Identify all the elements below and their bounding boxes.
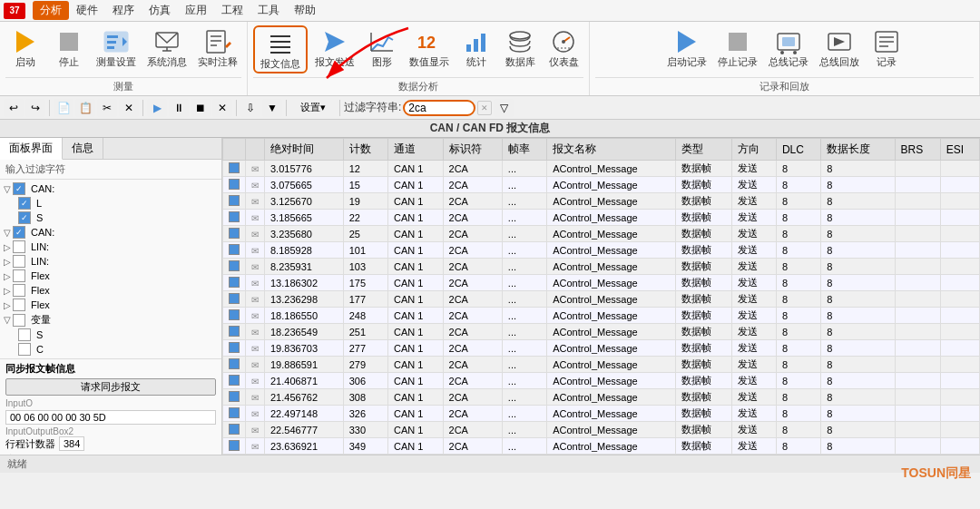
table-row[interactable]: ✉ 22.546777 330 CAN 1 2CA ... AControl_M… — [223, 422, 980, 438]
record-btn[interactable]: 记录 — [867, 25, 906, 70]
row-check[interactable] — [223, 340, 246, 357]
tree-item-5[interactable]: ▷ LIN: — [0, 254, 221, 269]
row-check[interactable] — [223, 242, 246, 259]
start-button[interactable]: 启动 — [5, 25, 45, 70]
col-rate[interactable]: 帧率 — [502, 139, 546, 161]
tree-item-4[interactable]: ▷ LIN: — [0, 240, 221, 254]
table-row[interactable]: ✉ 8.235931 103 CAN 1 2CA ... AControl_Me… — [223, 259, 980, 275]
menu-item-help[interactable]: 帮助 — [287, 1, 323, 20]
tree-check-9[interactable] — [13, 314, 25, 327]
row-check[interactable] — [223, 373, 246, 389]
tree-check-1[interactable]: ✓ — [18, 197, 31, 210]
col-channel[interactable]: 通道 — [387, 139, 443, 161]
col-dlc[interactable]: DLC — [776, 139, 820, 161]
filter-button[interactable]: ▼ — [262, 99, 282, 117]
menu-item-engineering[interactable]: 工程 — [214, 1, 250, 20]
stop-toolbar-button[interactable]: ⏹ — [191, 99, 211, 117]
pause-button[interactable]: ⏸ — [169, 99, 189, 117]
dashboard-button[interactable]: 仪表盘 — [544, 25, 583, 70]
table-row[interactable]: ✉ 23.636921 349 CAN 1 2CA ... AControl_M… — [223, 438, 980, 455]
row-check[interactable] — [223, 308, 246, 324]
col-brs[interactable]: BRS — [895, 139, 940, 161]
sync-button[interactable]: 请求同步报文 — [5, 378, 216, 396]
stop-button[interactable]: 停止 — [49, 25, 89, 70]
row-check[interactable] — [223, 357, 246, 373]
table-row[interactable]: ✉ 13.186302 175 CAN 1 2CA ... AControl_M… — [223, 275, 980, 291]
scroll-button[interactable]: ⇩ — [240, 99, 260, 117]
row-check[interactable] — [223, 226, 246, 242]
sys-msg-button[interactable]: 系统消息 — [143, 25, 191, 70]
row-check[interactable] — [223, 177, 246, 193]
col-id[interactable]: 标识符 — [443, 139, 502, 161]
col-dir[interactable]: 方向 — [731, 139, 776, 161]
col-type[interactable]: 类型 — [676, 139, 731, 161]
row-check[interactable] — [223, 406, 246, 422]
tab-panel-view[interactable]: 面板界面 — [0, 138, 63, 160]
row-check[interactable] — [223, 324, 246, 340]
msg-send-button[interactable]: 报文发送 — [311, 25, 358, 70]
table-row[interactable]: ✉ 18.186550 248 CAN 1 2CA ... AControl_M… — [223, 308, 980, 324]
new-button[interactable]: 📄 — [54, 99, 74, 117]
num-display-button[interactable]: 12 数值显示 — [406, 25, 453, 70]
measure-settings-button[interactable]: 测量设置 — [93, 25, 140, 70]
tree-check-7[interactable] — [13, 284, 25, 297]
tree-check-6[interactable] — [13, 269, 25, 282]
realtime-note-button[interactable]: 实时注释 — [194, 25, 241, 70]
cut-button[interactable]: ✂ — [97, 99, 117, 117]
tree-check-10[interactable] — [18, 328, 31, 341]
tree-item-10[interactable]: S — [0, 328, 221, 342]
clear-filter-button[interactable]: ✕ — [477, 101, 492, 115]
table-row[interactable]: ✉ 21.406871 306 CAN 1 2CA ... AControl_M… — [223, 373, 980, 389]
play-button[interactable]: ▶ — [147, 99, 167, 117]
table-row[interactable]: ✉ 3.015776 12 CAN 1 2CA ... AControl_Mes… — [223, 161, 980, 177]
row-check[interactable] — [223, 210, 246, 226]
graph-button[interactable]: 图形 — [362, 25, 402, 70]
delete-button[interactable]: ✕ — [119, 99, 139, 117]
copy-button[interactable]: 📋 — [75, 99, 95, 117]
col-datalen[interactable]: 数据长度 — [821, 139, 895, 161]
menu-item-analysis[interactable]: 分析 — [33, 1, 69, 20]
row-check[interactable] — [223, 422, 246, 438]
col-count[interactable]: 计数 — [343, 139, 387, 161]
col-time[interactable]: 绝对时间 — [265, 139, 344, 161]
stop-record-button[interactable]: 停止记录 — [714, 25, 761, 70]
tree-item-9[interactable]: ▽ 变量 — [0, 312, 221, 328]
table-row[interactable]: ✉ 3.075665 15 CAN 1 2CA ... AControl_Mes… — [223, 177, 980, 193]
redo-button[interactable]: ↪ — [25, 99, 45, 117]
tree-check-3[interactable]: ✓ — [13, 226, 25, 239]
menu-item-hardware[interactable]: 硬件 — [69, 1, 105, 20]
col-name[interactable]: 报文名称 — [547, 139, 676, 161]
menu-item-program[interactable]: 程序 — [105, 1, 142, 20]
col-esi[interactable]: ESI — [940, 139, 979, 161]
bus-playback-button[interactable]: 总线回放 — [816, 25, 863, 70]
msg-info-button[interactable]: 报文信息 — [253, 25, 308, 73]
tree-item-11[interactable]: C — [0, 342, 221, 357]
tree-item-3[interactable]: ▽ ✓ CAN: — [0, 225, 221, 240]
start-record-button[interactable]: 启动记录 — [663, 25, 710, 70]
stats-button[interactable]: 统计 — [456, 25, 496, 70]
table-row[interactable]: ✉ 3.125670 19 CAN 1 2CA ... AControl_Mes… — [223, 193, 980, 210]
table-row[interactable]: ✉ 19.836703 277 CAN 1 2CA ... AControl_M… — [223, 340, 980, 357]
tree-check-0[interactable]: ✓ — [13, 182, 25, 195]
row-check[interactable] — [223, 291, 246, 308]
tab-info[interactable]: 信息 — [63, 138, 103, 159]
table-row[interactable]: ✉ 18.236549 251 CAN 1 2CA ... AControl_M… — [223, 324, 980, 340]
tree-item-8[interactable]: ▷ Flex — [0, 298, 221, 312]
row-check[interactable] — [223, 193, 246, 210]
menu-item-app[interactable]: 应用 — [178, 1, 214, 20]
tree-item-0[interactable]: ▽ ✓ CAN: — [0, 181, 221, 196]
tree-item-2[interactable]: ✓ S — [0, 210, 221, 225]
table-row[interactable]: ✉ 19.886591 279 CAN 1 2CA ... AControl_M… — [223, 357, 980, 373]
menu-item-tools[interactable]: 工具 — [250, 1, 287, 20]
row-check[interactable] — [223, 161, 246, 177]
tree-item-1[interactable]: ✓ L — [0, 196, 221, 210]
tree-check-8[interactable] — [13, 299, 25, 311]
row-check[interactable] — [223, 455, 246, 455]
tree-item-7[interactable]: ▷ Flex — [0, 283, 221, 298]
row-check[interactable] — [223, 275, 246, 291]
tree-check-5[interactable] — [13, 255, 25, 268]
table-row[interactable]: ✉ 3.185665 22 CAN 1 2CA ... AControl_Mes… — [223, 210, 980, 226]
filter-funnel-button[interactable]: ▽ — [494, 99, 514, 117]
table-row[interactable]: ✉ 23.686807 351 CAN 1 2CA ... AControl_M… — [223, 455, 980, 455]
table-row[interactable]: ✉ 3.235680 25 CAN 1 2CA ... AControl_Mes… — [223, 226, 980, 242]
